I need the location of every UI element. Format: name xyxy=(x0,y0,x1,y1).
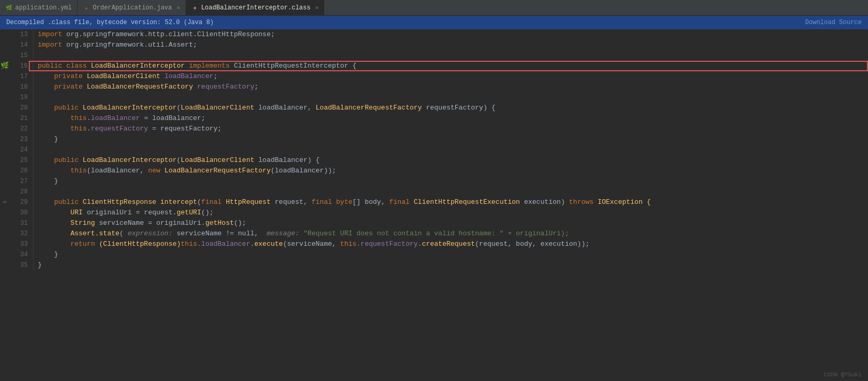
line-content: } xyxy=(38,249,868,260)
code-line: 14import org.springframework.util.Assert… xyxy=(0,40,868,50)
line-content: this(loadBalancer, new LoadBalancerReque… xyxy=(38,166,868,176)
line-gutter: 🌿 xyxy=(0,61,9,71)
code-line: 33 return (ClientHttpResponse)this.loadB… xyxy=(0,239,868,249)
tab-order-application[interactable]: ☕ OrderApplication.java ✕ xyxy=(78,0,186,16)
line-number: 35 xyxy=(9,260,34,270)
line-number: 17 xyxy=(9,71,34,82)
code-line: 23 } xyxy=(0,134,868,145)
tab-label-application-yml: application.yml xyxy=(15,4,72,12)
line-number: 18 xyxy=(9,82,34,92)
code-line: 28 xyxy=(0,187,868,197)
method-marker-icon: ↩ xyxy=(3,197,7,208)
code-area: 13import org.springframework.http.client… xyxy=(0,29,868,381)
class-icon: ◆ xyxy=(191,4,199,12)
tab-load-balancer-interceptor[interactable]: ◆ LoadBalancerInterceptor.class ✕ xyxy=(186,0,324,16)
info-bar: Decompiled .class file, bytecode version… xyxy=(0,16,868,29)
class-marker-icon: 🌿 xyxy=(1,61,9,71)
line-content: this.loadBalancer = loadBalancer; xyxy=(38,113,868,124)
line-number: 25 xyxy=(9,155,34,166)
code-line: 32 Assert.state( expression: serviceName… xyxy=(0,228,868,239)
line-number: 30 xyxy=(9,208,34,218)
line-number: 23 xyxy=(9,134,34,145)
line-number: 19 xyxy=(9,92,34,103)
code-line: ↩29 public ClientHttpResponse intercept(… xyxy=(0,197,868,208)
line-number: 27 xyxy=(9,176,34,187)
line-content xyxy=(38,187,868,197)
line-number: 22 xyxy=(9,124,34,134)
line-content: public class LoadBalancerInterceptor imp… xyxy=(38,61,868,71)
line-number: 28 xyxy=(9,187,34,197)
tab-label-order-application: OrderApplication.java xyxy=(93,4,172,12)
line-number: 32 xyxy=(9,228,34,239)
line-number: 24 xyxy=(9,145,34,155)
line-content: Assert.state( expression: serviceName !=… xyxy=(38,228,868,239)
line-content: import org.springframework.http.client.C… xyxy=(38,29,868,40)
line-number: 14 xyxy=(9,40,34,50)
line-content: } xyxy=(38,134,868,145)
line-content: } xyxy=(38,260,868,270)
code-line: 34 } xyxy=(0,249,868,260)
line-number: 15 xyxy=(9,50,34,61)
line-content xyxy=(38,145,868,155)
code-line: 25 public LoadBalancerInterceptor(LoadBa… xyxy=(0,155,868,166)
line-content: public ClientHttpResponse intercept(fina… xyxy=(38,197,868,208)
java-icon: ☕ xyxy=(83,4,90,12)
code-line: 17 private LoadBalancerClient loadBalanc… xyxy=(0,71,868,82)
line-content: String serviceName = originalUri.getHost… xyxy=(38,218,868,228)
code-line: 22 this.requestFactory = requestFactory; xyxy=(0,124,868,134)
code-line: 19 xyxy=(0,92,868,103)
line-content: URI originalUri = request.getURI(); xyxy=(38,208,868,218)
line-number: 20 xyxy=(9,103,34,113)
close-tab-load-balancer-interceptor[interactable]: ✕ xyxy=(315,4,319,11)
tab-label-load-balancer-interceptor: LoadBalancerInterceptor.class xyxy=(201,4,311,12)
line-content: this.requestFactory = requestFactory; xyxy=(38,124,868,134)
yaml-icon: 🌿 xyxy=(5,4,13,12)
code-line: 30 URI originalUri = request.getURI(); xyxy=(0,208,868,218)
tab-bar: 🌿 application.yml ☕ OrderApplication.jav… xyxy=(0,0,868,16)
line-number: 16 xyxy=(9,61,34,71)
line-content: public LoadBalancerInterceptor(LoadBalan… xyxy=(38,103,868,113)
code-line: 20 public LoadBalancerInterceptor(LoadBa… xyxy=(0,103,868,113)
code-line: 27 } xyxy=(0,176,868,187)
line-content: return (ClientHttpResponse)this.loadBala… xyxy=(38,239,868,249)
watermark: CSDN @?Suki xyxy=(823,372,862,378)
download-source-button[interactable]: Download Source xyxy=(805,19,862,26)
close-tab-order-application[interactable]: ✕ xyxy=(177,4,180,11)
line-number: 21 xyxy=(9,113,34,124)
line-number: 34 xyxy=(9,249,34,260)
line-number: 33 xyxy=(9,239,34,249)
code-line: 24 xyxy=(0,145,868,155)
line-content: } xyxy=(38,176,868,187)
code-line: 31 String serviceName = originalUri.getH… xyxy=(0,218,868,228)
line-number: 13 xyxy=(9,29,34,40)
line-number: 26 xyxy=(9,166,34,176)
line-number: 31 xyxy=(9,218,34,228)
line-content: public LoadBalancerInterceptor(LoadBalan… xyxy=(38,155,868,166)
code-line: 26 this(loadBalancer, new LoadBalancerRe… xyxy=(0,166,868,176)
code-line: 13import org.springframework.http.client… xyxy=(0,29,868,40)
code-line: 18 private LoadBalancerRequestFactory re… xyxy=(0,82,868,92)
line-content: private LoadBalancerClient loadBalancer; xyxy=(38,71,868,82)
line-content xyxy=(38,92,868,103)
code-line: 🌿16public class LoadBalancerInterceptor … xyxy=(0,61,868,71)
line-content: import org.springframework.util.Assert; xyxy=(38,40,868,50)
code-line: 15 xyxy=(0,50,868,61)
line-content: private LoadBalancerRequestFactory reque… xyxy=(38,82,868,92)
line-gutter: ↩ xyxy=(0,197,9,208)
line-number: 29 xyxy=(9,197,34,208)
tab-application-yml[interactable]: 🌿 application.yml xyxy=(0,0,78,16)
code-line: 21 this.loadBalancer = loadBalancer; xyxy=(0,113,868,124)
decompile-info: Decompiled .class file, bytecode version… xyxy=(6,19,214,26)
line-content xyxy=(38,50,868,61)
code-line: 35} xyxy=(0,260,868,270)
